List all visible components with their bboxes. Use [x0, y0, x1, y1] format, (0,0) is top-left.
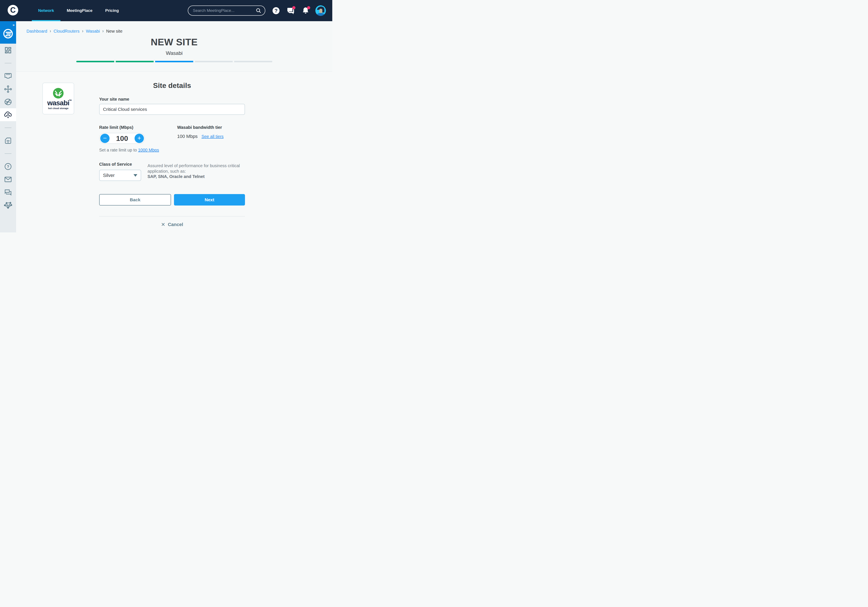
- svg-text:?: ?: [274, 8, 277, 14]
- sidebar-item-help[interactable]: ?: [0, 160, 16, 173]
- class-of-service-select[interactable]: Silver: [99, 170, 141, 181]
- rate-limit-stepper: − 100 +: [99, 133, 145, 144]
- class-of-service-row: Class of Service Silver Assured level of…: [99, 162, 245, 181]
- svg-text:?: ?: [7, 165, 9, 169]
- rate-limit-row: Rate limit (Mbps) − 100 + Set a rate lim…: [99, 125, 245, 153]
- wasabi-logo-icon: [53, 88, 64, 99]
- globe-icon: [4, 98, 12, 105]
- progress-bar: [76, 61, 272, 62]
- progress-segment-green: [76, 61, 114, 62]
- cancel-button[interactable]: ✕ Cancel: [99, 221, 245, 228]
- cancel-label: Cancel: [168, 222, 183, 227]
- divider: [99, 216, 245, 217]
- increase-rate-button[interactable]: +: [135, 134, 144, 143]
- search-input[interactable]: [193, 8, 256, 13]
- help-circle-icon: ?: [4, 163, 12, 170]
- main-content: Dashboard › CloudRouters › Wasabi › New …: [16, 21, 332, 232]
- progress-segment-green: [116, 61, 153, 62]
- mail-icon: [4, 176, 12, 183]
- tab-meetingplace[interactable]: MeetingPlace: [60, 0, 99, 21]
- tab-pricing[interactable]: Pricing: [99, 0, 125, 21]
- chevron-right-icon: ›: [102, 28, 104, 34]
- class-of-service-examples: SAP, SNA, Oracle and Telnet: [147, 174, 205, 179]
- search-box[interactable]: [188, 6, 265, 15]
- site-details-form: Site details Your site name Rate limit (…: [99, 71, 245, 232]
- wasabi-wordmark: wasabiTM: [47, 99, 69, 106]
- top-navigation-bar: C Network MeetingPlace Pricing ?: [0, 0, 332, 21]
- ethernet-port-icon: [4, 73, 12, 79]
- breadcrumb-cloudrouters[interactable]: CloudRouters: [54, 29, 79, 34]
- site-name-label: Your site name: [99, 97, 245, 102]
- trademark-symbol: TM: [69, 99, 71, 101]
- form-section: wasabiTM hot cloud storage Site details …: [16, 71, 332, 232]
- bell-notification-badge: [307, 6, 310, 9]
- section-title: Site details: [99, 71, 245, 90]
- bandwidth-tier-value: 100 Mbps: [177, 134, 198, 139]
- rate-limit-hint: Set a rate limit up to 1000 Mbps: [99, 148, 177, 153]
- user-avatar[interactable]: [315, 5, 326, 16]
- breadcrumb-wasabi[interactable]: Wasabi: [86, 29, 100, 34]
- left-sidebar: »: [0, 21, 16, 232]
- chevron-right-icon: ›: [82, 28, 83, 34]
- page-title: NEW SITE: [16, 37, 332, 48]
- progress-segment-grey: [234, 61, 272, 62]
- wasabi-tagline: hot cloud storage: [48, 107, 68, 110]
- dashboard-grid-icon: [5, 46, 12, 54]
- progress-segment-grey: [195, 61, 232, 62]
- sidebar-logo-tile[interactable]: »: [0, 21, 16, 43]
- sidebar-divider: [0, 147, 16, 160]
- sidebar-item-mail[interactable]: [0, 173, 16, 186]
- help-icon[interactable]: ?: [272, 6, 280, 15]
- sidebar-divider: [0, 121, 16, 134]
- chat-bubbles-icon: [4, 189, 12, 196]
- page-header: Dashboard › CloudRouters › Wasabi › New …: [16, 21, 332, 71]
- rate-limit-value: 100: [116, 134, 128, 142]
- breadcrumb: Dashboard › CloudRouters › Wasabi › New …: [26, 29, 332, 34]
- chat-notification-badge: [292, 6, 295, 9]
- mesh-network-icon: [4, 202, 12, 209]
- wasabi-vendor-card: wasabiTM hot cloud storage: [42, 83, 74, 115]
- chat-icon[interactable]: [287, 6, 295, 15]
- sidebar-item-cloudrouters[interactable]: [0, 108, 16, 121]
- max-rate-link[interactable]: 1000 Mbps: [138, 148, 159, 152]
- bandwidth-tier-block: Wasabi bandwidth tier 100 Mbps See all t…: [177, 125, 223, 153]
- breadcrumb-current: New site: [106, 29, 122, 34]
- bell-icon[interactable]: [301, 6, 310, 15]
- breadcrumb-dashboard[interactable]: Dashboard: [26, 29, 47, 34]
- sidebar-item-dashboard[interactable]: [0, 43, 16, 57]
- search-icon[interactable]: [256, 8, 262, 14]
- primary-tabs: Network MeetingPlace Pricing: [32, 0, 125, 21]
- class-of-service-label: Class of Service: [99, 162, 147, 167]
- bandwidth-tier-label: Wasabi bandwidth tier: [177, 125, 223, 130]
- sim-wifi-icon: [5, 137, 12, 144]
- sidebar-item-chat[interactable]: [0, 186, 16, 199]
- expand-sidebar-icon[interactable]: »: [13, 23, 14, 27]
- close-icon: ✕: [161, 221, 165, 228]
- next-button[interactable]: Next: [174, 194, 245, 206]
- sidebar-divider: [0, 57, 16, 70]
- site-name-input[interactable]: [99, 104, 245, 115]
- class-of-service-description: Assured level of performance for busines…: [147, 163, 245, 181]
- rate-limit-label: Rate limit (Mbps): [99, 125, 177, 130]
- sidebar-item-mesh[interactable]: [0, 199, 16, 212]
- sidebar-item-topology[interactable]: [0, 82, 16, 95]
- class-of-service-value: Silver: [103, 173, 115, 178]
- back-button[interactable]: Back: [99, 194, 171, 206]
- topology-icon: [4, 85, 12, 93]
- tab-network[interactable]: Network: [32, 0, 60, 21]
- sidebar-item-ports[interactable]: [0, 70, 16, 82]
- svg-text:C: C: [10, 6, 16, 14]
- sidebar-item-internet[interactable]: [0, 95, 16, 108]
- progress-segment-blue: [155, 61, 193, 62]
- chevron-right-icon: ›: [50, 28, 51, 34]
- decrease-rate-button[interactable]: −: [100, 134, 110, 143]
- see-all-tiers-link[interactable]: See all tiers: [202, 134, 224, 139]
- sidebar-item-iot-sim[interactable]: [0, 134, 16, 147]
- brand-logo[interactable]: C: [6, 4, 20, 17]
- page-subtitle: Wasabi: [16, 50, 332, 56]
- console-logo-icon: [3, 28, 13, 39]
- chevron-down-icon: [133, 174, 137, 177]
- form-actions: Back Next: [99, 194, 245, 206]
- cloudrouter-icon: [4, 111, 12, 119]
